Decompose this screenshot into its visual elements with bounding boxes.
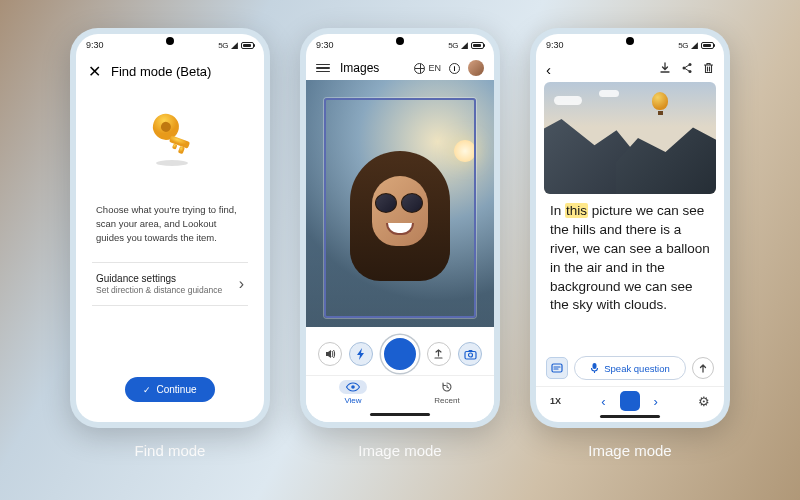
eye-icon: [345, 382, 361, 392]
share-icon[interactable]: [681, 60, 693, 78]
camera-notch: [396, 37, 404, 45]
svg-rect-13: [552, 364, 562, 372]
chevron-right-icon: ›: [239, 275, 244, 293]
phone-find-mode: 9:30 5G ◢ ✕ Find mode (Beta): [70, 28, 270, 428]
battery-icon: [241, 42, 254, 49]
text-mode-icon[interactable]: [546, 357, 568, 379]
camera-notch: [166, 37, 174, 45]
highlighted-word: this: [565, 203, 588, 218]
history-icon: [441, 381, 453, 393]
send-icon[interactable]: [692, 357, 714, 379]
continue-label: Continue: [156, 384, 196, 395]
close-icon[interactable]: ✕: [88, 62, 101, 81]
info-icon[interactable]: i: [449, 63, 460, 74]
home-indicator[interactable]: [600, 415, 660, 418]
signal-icon: ◢: [231, 40, 238, 50]
shutter-button[interactable]: [381, 335, 419, 373]
svg-point-5: [156, 160, 188, 166]
svg-point-7: [468, 353, 472, 357]
phone-caption: Image mode: [588, 442, 671, 459]
upload-icon[interactable]: [427, 342, 451, 366]
avatar[interactable]: [468, 60, 484, 76]
network-label: 5G: [448, 41, 458, 50]
delete-icon[interactable]: [703, 60, 714, 78]
clock: 9:30: [316, 40, 334, 50]
flash-icon[interactable]: [349, 342, 373, 366]
download-icon[interactable]: [659, 60, 671, 78]
phone-caption: Image mode: [358, 442, 441, 459]
signal-icon: ◢: [691, 40, 698, 50]
sound-icon[interactable]: [318, 342, 342, 366]
language-label: EN: [428, 63, 441, 73]
continue-button[interactable]: ✓ Continue: [125, 377, 214, 402]
speak-question-button[interactable]: Speak question: [574, 356, 686, 380]
camera-viewfinder: [306, 80, 494, 327]
zoom-level[interactable]: 1X: [550, 396, 561, 406]
svg-rect-8: [468, 350, 472, 352]
tab-view[interactable]: View: [339, 380, 367, 405]
next-icon[interactable]: ›: [654, 394, 658, 409]
home-indicator[interactable]: [370, 413, 430, 416]
balloon-graphic: [652, 92, 668, 115]
guidance-settings-row[interactable]: Guidance settings Set direction & distan…: [92, 263, 248, 306]
speak-label: Speak question: [604, 363, 670, 374]
svg-rect-2: [169, 135, 190, 148]
prev-icon[interactable]: ‹: [601, 394, 605, 409]
page-title: Images: [340, 61, 379, 75]
described-image: [544, 82, 716, 194]
image-description-text: In this picture we can see the hills and…: [536, 194, 724, 356]
setting-title: Guidance settings: [96, 273, 222, 284]
language-selector[interactable]: EN: [414, 63, 441, 74]
network-label: 5G: [218, 41, 228, 50]
clock: 9:30: [546, 40, 564, 50]
back-icon[interactable]: ‹: [546, 61, 551, 78]
focus-rectangle: [324, 98, 476, 318]
page-title: Find mode (Beta): [111, 64, 211, 79]
tab-recent[interactable]: Recent: [433, 380, 461, 405]
setting-subtitle: Set direction & distance guidance: [96, 285, 222, 295]
menu-icon[interactable]: [316, 64, 330, 73]
mic-icon: [590, 362, 599, 374]
phone-image-description: 9:30 5G ◢ ‹: [530, 28, 730, 428]
phone-image-capture: 9:30 5G ◢ Images EN: [300, 28, 500, 428]
description-text: Choose what you're trying to find, scan …: [92, 203, 248, 263]
battery-icon: [701, 42, 714, 49]
settings-icon[interactable]: ⚙: [698, 394, 710, 409]
key-illustration: [138, 107, 202, 175]
phone-caption: Find mode: [135, 442, 206, 459]
page-indicator[interactable]: [620, 391, 640, 411]
svg-point-9: [351, 385, 355, 389]
network-label: 5G: [678, 41, 688, 50]
camera-notch: [626, 37, 634, 45]
tab-recent-label: Recent: [434, 396, 459, 405]
globe-icon: [414, 63, 425, 74]
check-icon: ✓: [143, 385, 151, 395]
camera-icon[interactable]: [458, 342, 482, 366]
clock: 9:30: [86, 40, 104, 50]
battery-icon: [471, 42, 484, 49]
signal-icon: ◢: [461, 40, 468, 50]
svg-rect-14: [593, 363, 597, 369]
tab-view-label: View: [344, 396, 361, 405]
